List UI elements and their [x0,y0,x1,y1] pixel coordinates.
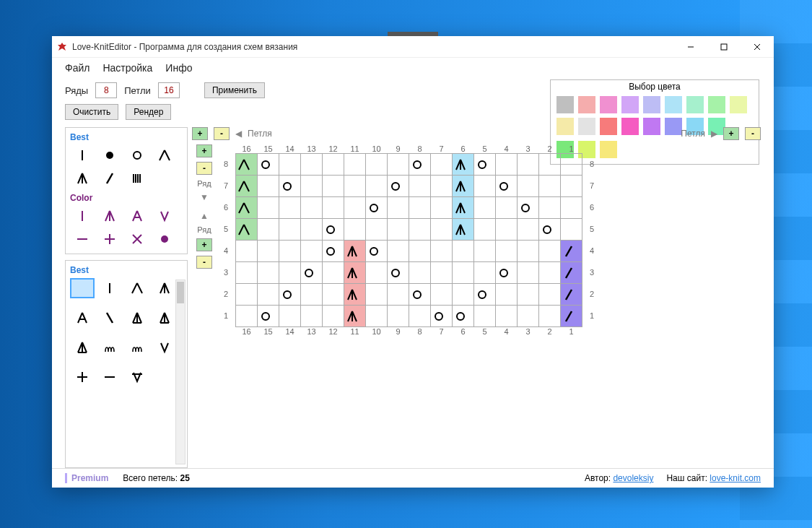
stitch-ext-4[interactable] [70,308,95,328]
grid-cell[interactable] [258,262,279,284]
stitch-bars[interactable] [125,168,149,189]
grid-cell[interactable] [301,154,323,176]
grid-cell[interactable] [453,176,474,197]
grid-cell[interactable] [431,284,453,306]
grid-cell[interactable] [366,306,388,327]
loop-right-minus[interactable]: - [745,127,761,140]
stitch-ext-6[interactable] [125,308,149,328]
grid-cell[interactable] [561,262,582,284]
render-button[interactable]: Рендер [126,104,171,120]
grid-cell[interactable] [301,197,323,219]
stitch-ext-0[interactable] [70,278,95,298]
color-swatch[interactable] [578,96,595,113]
stitch-ext-13[interactable] [97,367,122,387]
grid-cell[interactable] [561,219,582,241]
grid-cell[interactable] [366,219,388,241]
grid-cell[interactable] [539,197,561,219]
grid-cell[interactable] [323,154,344,176]
grid-cell[interactable] [344,306,366,327]
grid-cell[interactable] [539,306,561,327]
grid-cell[interactable] [344,284,366,306]
grid-cell[interactable] [258,154,279,176]
grid-cell[interactable] [453,219,474,241]
grid-cell[interactable] [301,262,323,284]
stitch-ext-7[interactable] [152,308,177,328]
grid-cell[interactable] [258,284,279,306]
grid-cell[interactable] [409,154,431,176]
stitch-dot[interactable] [97,145,122,165]
grid-cell[interactable] [344,241,366,262]
grid-cell[interactable] [539,241,561,262]
grid-cell[interactable] [279,306,301,327]
color-swatch[interactable] [643,96,660,113]
stitch-ext-14[interactable] [125,367,149,387]
apply-button[interactable]: Применить [204,82,265,98]
grid-cell[interactable] [279,262,301,284]
grid-cell[interactable] [409,241,431,262]
grid-cell[interactable] [344,219,366,241]
rows-input[interactable] [95,82,117,98]
color-swatch[interactable] [708,96,725,113]
grid-cell[interactable] [518,154,539,176]
grid-cell[interactable] [539,284,561,306]
grid-cell[interactable] [388,176,409,197]
grid-cell[interactable] [561,176,582,197]
stitch-ext-10[interactable] [125,337,149,358]
grid-cell[interactable] [258,241,279,262]
grid-cell[interactable] [518,284,539,306]
grid-cell[interactable] [409,176,431,197]
loop-left-plus[interactable]: + [192,127,208,140]
stitch-color-dot[interactable] [152,229,177,249]
grid-cell[interactable] [518,262,539,284]
stitch-color-at[interactable] [125,206,149,226]
grid-cell[interactable] [518,219,539,241]
grid-cell[interactable] [301,306,323,327]
grid-cell[interactable] [474,241,496,262]
stitch-color-i[interactable] [70,206,95,226]
close-button[interactable] [741,36,774,58]
grid-cell[interactable] [366,154,388,176]
stitch-a1[interactable] [70,168,95,189]
grid-cell[interactable] [431,262,453,284]
grid-cell[interactable] [301,284,323,306]
color-swatch[interactable] [665,96,682,113]
grid-cell[interactable] [518,176,539,197]
row-top-minus[interactable]: - [196,162,212,175]
grid-cell[interactable] [474,197,496,219]
grid-cell[interactable] [453,284,474,306]
grid-cell[interactable] [496,284,518,306]
grid-cell[interactable] [236,219,258,241]
grid-cell[interactable] [496,154,518,176]
grid-cell[interactable] [388,241,409,262]
grid-cell[interactable] [561,306,582,327]
grid-cell[interactable] [344,197,366,219]
grid-cell[interactable] [474,154,496,176]
grid-cell[interactable] [236,306,258,327]
menu-info[interactable]: Инфо [165,62,192,74]
grid-cell[interactable] [409,284,431,306]
grid-cell[interactable] [409,219,431,241]
color-swatch[interactable] [621,96,639,113]
grid-cell[interactable] [323,219,344,241]
author-link[interactable]: devoleksiy [613,473,653,483]
grid-cell[interactable] [323,262,344,284]
grid-cell[interactable] [496,197,518,219]
grid-cell[interactable] [344,154,366,176]
grid-cell[interactable] [301,176,323,197]
stitch-ext-1[interactable] [97,278,122,298]
grid-cell[interactable] [388,262,409,284]
grid-cell[interactable] [431,219,453,241]
grid-cell[interactable] [409,306,431,327]
clear-button[interactable]: Очистить [65,104,118,120]
grid-cell[interactable] [518,197,539,219]
grid-cell[interactable] [366,284,388,306]
grid-cell[interactable] [236,176,258,197]
grid-cell[interactable] [539,154,561,176]
color-swatch[interactable] [600,96,617,113]
grid-cell[interactable] [474,284,496,306]
grid-cell[interactable] [279,241,301,262]
grid-cell[interactable] [388,284,409,306]
grid-cell[interactable] [323,241,344,262]
color-swatch[interactable] [686,96,704,113]
menu-file[interactable]: Файл [65,62,90,74]
